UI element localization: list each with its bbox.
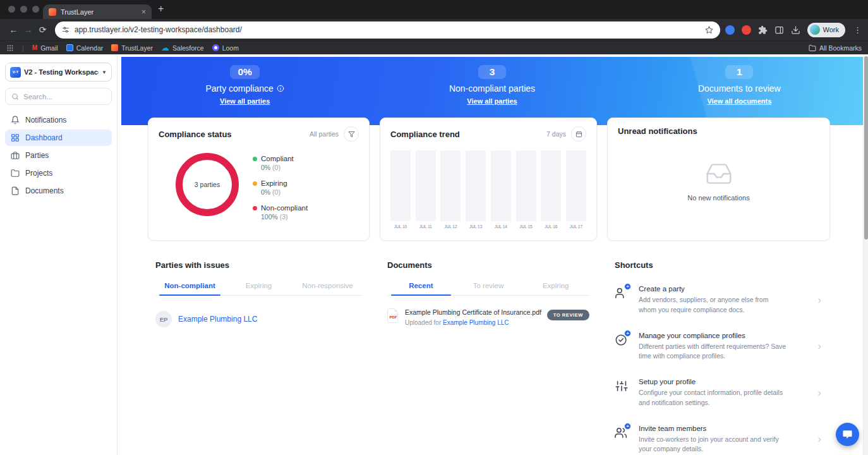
filter-button[interactable]	[344, 126, 359, 142]
shortcut-invite-team[interactable]: + Invite team members Invite co-workers …	[615, 425, 823, 455]
apps-grid-icon[interactable]	[6, 44, 14, 52]
bookmark-label: Gmail	[40, 44, 57, 52]
traffic-lights	[8, 6, 39, 13]
shortcut-description: Configure your contact information, prof…	[639, 388, 787, 408]
address-bar[interactable]: app.trustlayer.io/v2-testing-workspace/d…	[55, 21, 720, 39]
chevron-right-icon: ›	[817, 294, 821, 306]
document-filename: Example Plumbing Certificate of Insuranc…	[405, 308, 541, 316]
document-info: Example Plumbing Certificate of Insuranc…	[405, 308, 541, 326]
sidebar-item-projects[interactable]: Projects	[5, 165, 112, 181]
tab-non-compliant[interactable]: Non-compliant	[155, 277, 224, 295]
browser-tab[interactable]: TrustLayer ×	[43, 4, 152, 19]
stat-label: Documents to review	[698, 83, 781, 94]
page-scrollbar	[863, 54, 868, 455]
briefcase-icon	[11, 151, 20, 160]
shortcut-description: Different parties with different require…	[639, 342, 787, 362]
tab-title: TrustLayer	[61, 8, 137, 16]
close-window-button[interactable]	[8, 6, 15, 13]
extension-icon-blue[interactable]	[725, 25, 735, 35]
date-range-button[interactable]	[571, 126, 586, 142]
bookmarks-bar: | M Gmail Calendar TrustLayer ☁ Salesfor…	[0, 40, 868, 54]
back-icon[interactable]: ←	[6, 25, 21, 35]
scrollbar-thumb[interactable]	[864, 56, 868, 240]
document-list-item[interactable]: PDF Example Plumbing Certificate of Insu…	[387, 308, 589, 326]
browser-toolbar: ← → ⟳ app.trustlayer.io/v2-testing-works…	[0, 19, 868, 40]
trend-column: JUL 10	[390, 150, 411, 229]
search-input[interactable]	[23, 93, 105, 100]
donut-center-label: 3 parties	[195, 181, 220, 188]
sidebar-item-dashboard[interactable]: Dashboard	[5, 130, 112, 146]
info-icon[interactable]	[277, 85, 284, 92]
site-settings-icon[interactable]	[62, 26, 69, 33]
stat-label-text: Non-compliant parties	[449, 83, 535, 94]
view-all-parties-link[interactable]: View all parties	[220, 97, 270, 105]
compliance-trend-card: Compliance trend 7 days JUL 10 JUL 11 JU…	[380, 118, 597, 241]
bookmark-loom[interactable]: Loom	[212, 44, 239, 52]
tab-close-icon[interactable]: ×	[142, 8, 146, 16]
trend-x-label: JUL 15	[519, 224, 532, 229]
parties-with-issues-section: Parties with issues Non-compliant Expiri…	[148, 260, 370, 327]
all-bookmarks-button[interactable]: All Bookmarks	[809, 44, 862, 52]
chat-launcher-button[interactable]	[836, 423, 859, 446]
tab-to-review[interactable]: To review	[455, 277, 522, 295]
bookmark-trustlayer[interactable]: TrustLayer	[111, 44, 153, 52]
trend-bar	[390, 150, 411, 221]
extensions-puzzle-icon[interactable]	[758, 25, 768, 35]
view-all-parties-link[interactable]: View all parties	[467, 97, 517, 105]
shortcut-text: Manage your compliance profiles Differen…	[639, 332, 787, 362]
bookmark-star-icon[interactable]	[705, 26, 713, 34]
tab-expiring[interactable]: Expiring	[522, 277, 589, 295]
section-title: Parties with issues	[155, 260, 362, 270]
bookmark-gmail[interactable]: M Gmail	[32, 44, 58, 52]
legend-label: Non-compliant	[261, 204, 308, 212]
shortcut-create-party[interactable]: + Create a party Add vendors, suppliers,…	[615, 285, 823, 315]
sidebar-search[interactable]	[5, 88, 112, 105]
check-circle-icon: +	[615, 332, 631, 362]
extension-icon-red[interactable]	[742, 25, 751, 35]
compliance-donut-chart: 3 parties	[176, 153, 239, 216]
trend-column: JUL 17	[566, 150, 586, 229]
shortcut-description: Invite co-workers to join your account a…	[639, 435, 787, 455]
calendar-icon	[576, 131, 582, 138]
downloads-icon[interactable]	[791, 25, 800, 35]
sidebar-nav: Notifications Dashboard Parties Projects…	[0, 112, 117, 199]
profile-avatar	[810, 25, 820, 35]
sidebar-item-documents[interactable]: Documents	[5, 183, 112, 199]
sliders-icon	[615, 378, 631, 408]
workspace-selector[interactable]: V-T V2 - Testing Workspace ▼	[5, 63, 112, 82]
zoom-window-button[interactable]	[32, 6, 39, 13]
party-name-link[interactable]: Example Plumbing LLC	[178, 315, 257, 324]
shortcut-compliance-profiles[interactable]: + Manage your compliance profiles Differ…	[615, 332, 823, 362]
card-title: Compliance status	[159, 130, 232, 139]
new-tab-button[interactable]: +	[158, 4, 164, 14]
tab-expiring[interactable]: Expiring	[224, 277, 293, 295]
range-label: 7 days	[546, 130, 566, 138]
plus-badge-icon: +	[624, 330, 631, 337]
trend-column: JUL 16	[541, 150, 561, 229]
shortcut-description: Add vendors, suppliers, or anyone else f…	[639, 295, 787, 315]
sidebar-item-parties[interactable]: Parties	[5, 147, 112, 164]
shortcuts-section: Shortcuts + Create a party Add vendors, …	[607, 260, 830, 454]
bookmark-salesforce[interactable]: ☁ Salesforce	[161, 44, 204, 52]
forward-icon[interactable]: →	[21, 25, 35, 35]
tab-recent[interactable]: Recent	[387, 277, 455, 295]
sidebar-item-notifications[interactable]: Notifications	[5, 112, 112, 128]
bookmark-calendar[interactable]: Calendar	[66, 44, 104, 52]
side-panel-icon[interactable]	[775, 25, 784, 35]
bookmark-label: Calendar	[76, 44, 104, 52]
view-all-documents-link[interactable]: View all documents	[707, 97, 771, 105]
party-list-item[interactable]: EP Example Plumbing LLC	[155, 311, 362, 327]
tab-non-responsive[interactable]: Non-responsive	[293, 277, 362, 295]
gmail-icon: M	[32, 44, 37, 51]
shortcut-setup-profile[interactable]: Setup your profile Configure your contac…	[615, 378, 823, 408]
dashboard-cards: Compliance status All parties 3 parties	[148, 118, 830, 241]
document-party-link[interactable]: Example Plumbing LLC	[443, 319, 509, 326]
reload-icon[interactable]: ⟳	[35, 25, 50, 35]
browser-menu-icon[interactable]: ⋮	[853, 25, 862, 35]
calendar-bookmark-icon	[66, 44, 73, 51]
folder-icon	[11, 169, 20, 178]
minimize-window-button[interactable]	[20, 6, 27, 13]
card-title: Compliance trend	[390, 130, 460, 139]
profile-chip[interactable]: Work	[807, 23, 845, 37]
compliance-status-card: Compliance status All parties 3 parties	[148, 118, 370, 241]
